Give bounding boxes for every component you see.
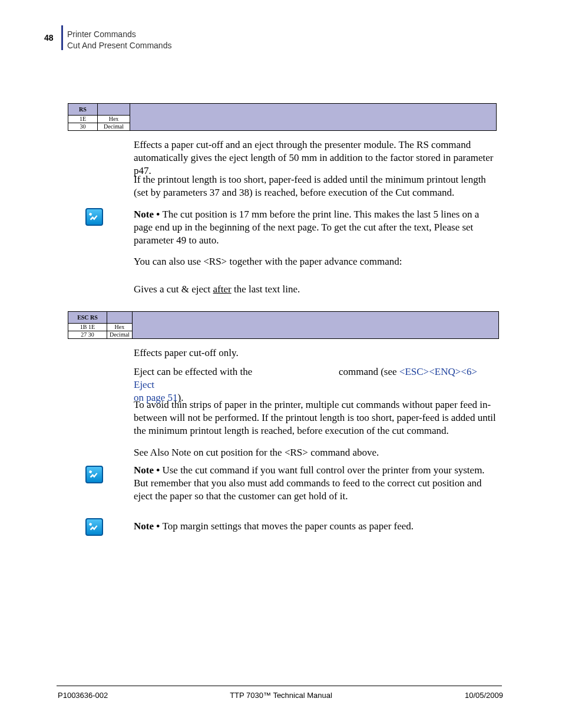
header-subtitle: Cut And Present Commands (67, 41, 171, 50)
note-paragraph: Note • Top margin settings that moves th… (134, 520, 499, 533)
command-table-esc-rs: ESC RS 1B 1E Hex 27 30 Decimal (68, 311, 499, 339)
cmd-cell: 1E (68, 116, 98, 123)
cmd-cell: 30 (68, 123, 98, 131)
note-icon (85, 466, 103, 483)
note-text: Top margin settings that moves the paper… (162, 521, 414, 532)
note-label: Note • (134, 465, 162, 476)
footer-right: 10/05/2009 (465, 691, 503, 700)
cmd-cell: Hex (107, 324, 133, 331)
cmd-cell: 1B 1E (68, 324, 107, 331)
section-title-rs: <RS> Cut and Eject (134, 83, 253, 98)
note-icon (85, 518, 103, 536)
paragraph: If the printout length is too short, pap… (134, 173, 499, 199)
text-part: command (see (336, 366, 399, 377)
paragraph: You can also use <RS> together with the … (134, 255, 499, 268)
cmd-cell (107, 312, 133, 324)
header-title: Printer Commands (67, 29, 136, 39)
cmd-cell: 27 30 (68, 331, 107, 339)
paragraph: Effects a paper cut-off and an eject thr… (134, 139, 499, 177)
page-number-top: 48 (44, 33, 54, 42)
cmd-cell-wide (132, 312, 498, 339)
hidden-text: <ENQ> Send Status (254, 366, 336, 377)
paragraph: To avoid thin strips of paper in the pri… (134, 398, 499, 437)
cmd-cell (98, 104, 130, 116)
note-icon (85, 208, 103, 226)
text-part: Eject can be effected with the (134, 366, 254, 377)
note-label: Note • (134, 521, 162, 532)
note-label: Note • (134, 209, 162, 220)
footer-divider (57, 686, 502, 686)
note-paragraph: Note • Use the cut command if you want f… (134, 464, 499, 503)
cmd-cell-wide (130, 104, 497, 131)
command-table-rs: RS 1E Hex 30 Decimal (68, 103, 497, 131)
cmd-cell: ESC RS (68, 312, 107, 324)
cmd-cell: Decimal (107, 331, 133, 339)
header-accent-bar (61, 25, 63, 50)
cmd-cell: Hex (98, 116, 130, 123)
paragraph: See Also Note on cut position for the <R… (134, 446, 499, 459)
cmd-cell: Decimal (98, 123, 130, 131)
note-text: Use the cut command if you want full con… (134, 465, 485, 502)
note-text: The cut position is 17 mm before the pri… (134, 209, 479, 246)
cmd-cell: RS (68, 104, 98, 116)
note-paragraph: Note • The cut position is 17 mm before … (134, 208, 499, 247)
section-title-esc-rs: <ESC><RS> Cut Only (134, 292, 266, 307)
paragraph: Effects paper cut-off only. (134, 347, 499, 360)
